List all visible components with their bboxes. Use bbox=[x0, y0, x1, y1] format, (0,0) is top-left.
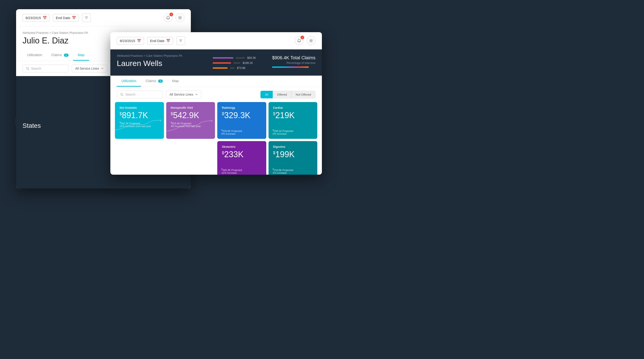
julio-service-line-label: All Service Lines bbox=[75, 67, 99, 70]
julio-settings-button[interactable] bbox=[176, 13, 184, 22]
lauren-claims-summary: $906.4K Total Claims Percentage of total… bbox=[272, 55, 316, 68]
svg-point-0 bbox=[179, 17, 181, 18]
card-obstentric-projected: $340.3K Projected 12% Increase bbox=[222, 168, 242, 174]
filter-not-offered-button[interactable]: Not Offered bbox=[291, 91, 316, 98]
lauren-end-date[interactable]: End Date 📅 bbox=[147, 37, 173, 44]
julio-tab-map[interactable]: Map bbox=[73, 50, 89, 61]
claims-total: $906.4K Total Claims bbox=[272, 55, 316, 60]
card-obstentric: Obstentric $233K $340.3K Projected 12% I… bbox=[217, 141, 266, 175]
lauren-search-box[interactable]: Search bbox=[117, 90, 163, 98]
lauren-service-line-label: All Service Lines bbox=[170, 93, 193, 96]
lauren-tab-utilization[interactable]: Utilization bbox=[117, 76, 141, 87]
lauren-cal-end-icon: 📅 bbox=[166, 39, 170, 42]
lauren-tabs: Utilization Claims 5 Map bbox=[110, 76, 322, 87]
lauren-notification-button[interactable]: 1 bbox=[295, 36, 304, 45]
julio-search-placeholder: Search bbox=[31, 67, 41, 70]
lauren-service-line[interactable]: All Service Lines bbox=[166, 90, 202, 98]
card-nonspecific-amount: $542.9K bbox=[171, 111, 210, 119]
julio-end-date[interactable]: End Date 📅 bbox=[53, 14, 79, 21]
card-nonspecific-label: Nonspecific Visit bbox=[171, 106, 210, 109]
lauren-patient-name: Lauren Wells bbox=[117, 59, 182, 68]
lauren-legend-bars: $69.3K $169.1K $73.8K bbox=[213, 56, 256, 70]
filter-all-button[interactable]: All bbox=[260, 91, 272, 98]
julio-start-date[interactable]: 8/23/2015 📅 bbox=[22, 14, 50, 21]
lauren-filter-buttons: All Offered Not Offered bbox=[260, 91, 316, 98]
card-obstentric-amount: $233K bbox=[222, 150, 262, 159]
lauren-cal-start-icon: 📅 bbox=[137, 39, 141, 42]
card-nonspecific-projected: $823.4K Projected 3% Increase from last … bbox=[171, 121, 210, 128]
notification-badge: 1 bbox=[170, 13, 173, 16]
card-cardiac-label: Cardiac bbox=[273, 106, 313, 109]
lauren-tab-claims[interactable]: Claims 5 bbox=[141, 76, 168, 87]
lauren-patient-header: Attributed Practices > Care Station Phys… bbox=[110, 49, 322, 76]
julio-notification-button[interactable]: 1 bbox=[164, 13, 172, 22]
lauren-filter-button[interactable] bbox=[176, 36, 185, 45]
julio-filter-button[interactable] bbox=[82, 13, 91, 22]
card-radiology-amount: $329.3K bbox=[222, 111, 262, 119]
svg-point-4 bbox=[160, 119, 161, 121]
card-cardiac-projected: $299.1K Projected 2% Increase bbox=[273, 129, 293, 135]
card-cardiac: Cardiac $219K $299.1K Projected 2% Incre… bbox=[268, 102, 318, 139]
card-not-available: Not Available $891.7K $962.3K Projected … bbox=[115, 102, 164, 139]
svg-point-2 bbox=[310, 40, 312, 41]
window-lauren: 8/23/2015 📅 End Date 📅 1 bbox=[110, 32, 322, 175]
lauren-header: 8/23/2015 📅 End Date 📅 1 bbox=[110, 32, 322, 49]
card-not-available-amount: $891.7K bbox=[120, 111, 159, 119]
lauren-search-filter-bar: Search All Service Lines All Offered Not… bbox=[110, 87, 322, 102]
lauren-search-placeholder: Search bbox=[125, 93, 136, 96]
card-digestive-amount: $199K bbox=[273, 150, 313, 159]
card-digestive: Digestive $199K $218.8K Projected 1% Inc… bbox=[268, 141, 318, 175]
card-radiology: Radiology $329.3K $429.6K Projected 8% I… bbox=[217, 102, 266, 139]
calendar-end-icon: 📅 bbox=[72, 16, 76, 19]
julio-search-box[interactable]: Search bbox=[22, 65, 68, 72]
card-digestive-projected: $218.8K Projected 1% Increase bbox=[273, 168, 293, 174]
julio-service-line[interactable]: All Service Lines bbox=[72, 65, 107, 72]
card-radiology-label: Radiology bbox=[222, 106, 262, 109]
lauren-start-date[interactable]: 8/23/2015 📅 bbox=[117, 37, 144, 44]
julio-header: 8/23/2015 📅 End Date 📅 1 bbox=[16, 9, 191, 26]
lauren-settings-button[interactable] bbox=[307, 36, 316, 45]
svg-point-5 bbox=[211, 120, 212, 122]
card-digestive-label: Digestive bbox=[273, 145, 313, 148]
lauren-breadcrumb: Attributed Practices > Care Station Phys… bbox=[117, 54, 182, 57]
lauren-cards-grid: Not Available $891.7K $962.3K Projected … bbox=[110, 102, 322, 175]
lauren-notification-badge: 1 bbox=[300, 36, 304, 39]
card-not-available-projected: $962.3K Projected 22% Increase from last… bbox=[120, 121, 159, 128]
julio-states-label: States bbox=[22, 122, 41, 129]
filter-offered-button[interactable]: Offered bbox=[273, 91, 291, 98]
card-not-available-label: Not Available bbox=[120, 106, 159, 109]
julio-tab-claims[interactable]: Claims 5 bbox=[47, 50, 73, 61]
card-nonspecific: Nonspecific Visit $542.9K $823.4K Projec… bbox=[166, 102, 215, 139]
julio-tab-utilization[interactable]: Utilization bbox=[22, 50, 47, 61]
claims-sub: Percentage of total loss bbox=[272, 61, 316, 65]
card-obstentric-label: Obstentric bbox=[222, 145, 262, 148]
card-cardiac-amount: $219K bbox=[273, 111, 313, 119]
card-radiology-projected: $429.6K Projected 8% Increase bbox=[222, 129, 242, 135]
lauren-tab-map[interactable]: Map bbox=[168, 76, 183, 87]
calendar-icon: 📅 bbox=[43, 16, 47, 19]
